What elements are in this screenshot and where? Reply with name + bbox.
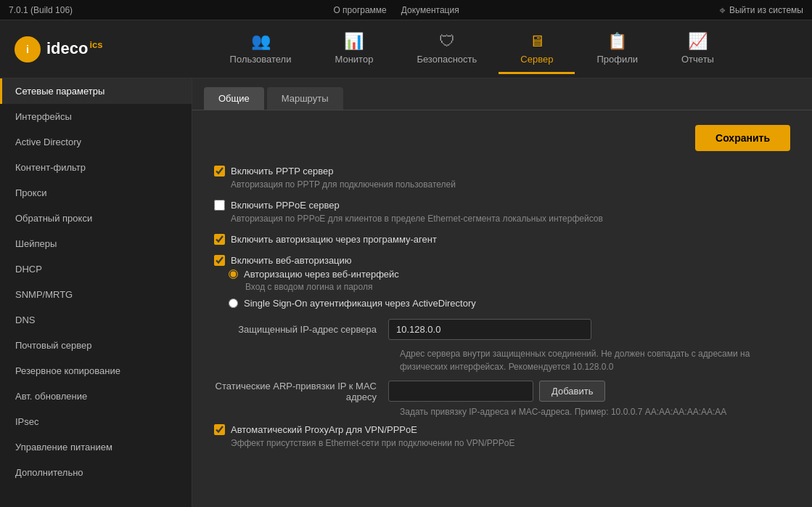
web-auth-checkbox[interactable] [214,255,225,266]
pppoe-checkbox[interactable] [214,200,225,211]
logo: i idecoics [15,36,103,62]
sidebar-item-reverse-proxy[interactable]: Обратный прокси [0,206,192,231]
pptp-checkbox[interactable] [214,166,225,177]
pptp-label: Включить PPTP сервер [231,166,333,177]
save-button[interactable]: Сохранить [695,125,790,151]
top-nav: О программе Документация [333,5,459,15]
nav-profiles[interactable]: 📋 Профили [575,25,660,74]
agent-auth-checkbox-row: Включить авторизацию через программу-аге… [214,234,790,245]
server-icon: 🖥 [529,32,545,51]
sidebar-item-backup[interactable]: Резервное копирование [0,358,192,384]
web-auth-section: Включить веб-авторизацию Авторизацию чер… [214,255,790,309]
logout-button[interactable]: ⎆ Выйти из системы [720,5,803,15]
security-icon: 🛡 [439,32,455,51]
sidebar-item-snmp[interactable]: SNMP/MRTG [0,282,192,307]
tab-routes[interactable]: Маршруты [267,87,343,110]
sso-label: Single Sign-On аутентификация через Acti… [244,298,476,309]
content-area: Общие Маршруты Сохранить Включить PPTP с… [192,78,812,507]
agent-auth-label: Включить авторизацию через программу-аге… [231,234,437,245]
sidebar-item-dns[interactable]: DNS [0,307,192,333]
about-link[interactable]: О программе [333,5,386,15]
nav-monitor[interactable]: 📊 Монитор [313,25,395,74]
pppoe-label: Включить PPPoE сервер [231,200,340,211]
arp-input[interactable] [388,381,533,402]
users-icon: 👥 [251,32,271,51]
nav-security[interactable]: 🛡 Безопасность [395,25,499,74]
docs-link[interactable]: Документация [401,5,459,15]
version-label: 7.0.1 (Build 106) [9,5,73,15]
pptp-checkbox-row: Включить PPTP сервер [214,166,790,177]
proxy-arp-checkbox[interactable] [214,424,225,435]
web-interface-hint: Вход с вводом логина и пароля [245,282,790,292]
sso-radio-row: Single Sign-On аутентификация через Acti… [229,298,790,309]
tab-general[interactable]: Общие [204,87,264,110]
pptp-hint: Авторизация по PPTP для подключения поль… [231,179,790,190]
profiles-icon: 📋 [607,32,627,51]
arp-inputs: Добавить [388,381,605,402]
sidebar-item-mail[interactable]: Почтовый сервер [0,333,192,358]
web-auth-checkbox-row: Включить веб-авторизацию [214,255,790,266]
pppoe-section: Включить PPPoE сервер Авторизация по PPP… [214,200,790,224]
proxy-arp-label: Автоматический ProxyArp для VPN/PPPoE [231,424,417,435]
arp-add-button[interactable]: Добавить [539,381,605,402]
ip-server-input-wrap: 10.128.0.0 [388,319,591,340]
sidebar-item-content-filter[interactable]: Контент-фильтр [0,155,192,180]
pppoe-hint: Авторизация по PPPoE для клиентов в пред… [231,214,790,224]
sidebar-item-proxy[interactable]: Прокси [0,180,192,206]
logo-text: idecoics [46,39,103,58]
logout-icon: ⎆ [720,5,725,15]
content-body: Сохранить Включить PPTP сервер Авторизац… [192,110,812,473]
proxy-arp-checkbox-row: Автоматический ProxyArp для VPN/PPPoE [214,424,790,435]
nav-reports[interactable]: 📈 Отчеты [660,25,736,74]
sidebar-item-dhcp[interactable]: DHCP [0,256,192,282]
ip-server-input[interactable]: 10.128.0.0 [388,319,591,340]
ip-server-hint: Адрес сервера внутри защищенных соединен… [400,347,790,373]
sidebar-item-power[interactable]: Управление питанием [0,434,192,460]
content-tabs: Общие Маршруты [192,78,812,110]
sidebar-item-ipsec[interactable]: IPsec [0,409,192,434]
logo-icon: i [15,36,41,62]
sidebar-item-ad[interactable]: Active Directory [0,129,192,155]
proxy-arp-hint: Эффект присутствия в Ethernet-сети при п… [231,438,790,448]
web-interface-radio-label: Авторизацию через веб-интерфейс [244,269,399,280]
web-interface-radio-row: Авторизацию через веб-интерфейс [229,269,790,280]
main-layout: Сетевые параметры Интерфейсы Active Dire… [0,78,812,507]
sidebar-item-autoupdate[interactable]: Авт. обновление [0,384,192,409]
ip-server-row: Защищенный IP-адрес сервера 10.128.0.0 [214,319,790,340]
sidebar-item-interfaces[interactable]: Интерфейсы [0,104,192,129]
ip-server-label: Защищенный IP-адрес сервера [214,324,388,335]
arp-label: Статические ARP-привязки IP к MAC адресу [214,381,388,402]
agent-auth-checkbox[interactable] [214,234,225,245]
sidebar-item-network[interactable]: Сетевые параметры [0,78,192,104]
proxy-arp-section: Автоматический ProxyArp для VPN/PPPoE Эф… [214,424,790,448]
sidebar: Сетевые параметры Интерфейсы Active Dire… [0,78,192,507]
sso-radio[interactable] [229,299,238,308]
monitor-icon: 📊 [344,32,364,51]
web-interface-radio[interactable] [229,269,238,279]
sidebar-item-shapers[interactable]: Шейперы [0,231,192,256]
reports-icon: 📈 [688,32,708,51]
arp-row: Статические ARP-привязки IP к MAC адресу… [214,381,790,402]
sidebar-item-advanced[interactable]: Дополнительно [0,460,192,485]
nav-server[interactable]: 🖥 Сервер [499,25,575,74]
nav-users[interactable]: 👥 Пользователи [208,25,313,74]
pptp-section: Включить PPTP сервер Авторизация по PPTP… [214,166,790,190]
header: i idecoics 👥 Пользователи 📊 Монитор 🛡 Бе… [0,20,812,78]
main-nav: 👥 Пользователи 📊 Монитор 🛡 Безопасность … [147,25,797,74]
agent-auth-section: Включить авторизацию через программу-аге… [214,234,790,245]
arp-hint: Задать привязку IP-адреса и MAC-адреса. … [400,407,790,417]
top-bar: 7.0.1 (Build 106) О программе Документац… [0,0,812,20]
web-auth-label: Включить веб-авторизацию [231,255,352,266]
pppoe-checkbox-row: Включить PPPoE сервер [214,200,790,211]
save-row: Сохранить [214,125,790,151]
